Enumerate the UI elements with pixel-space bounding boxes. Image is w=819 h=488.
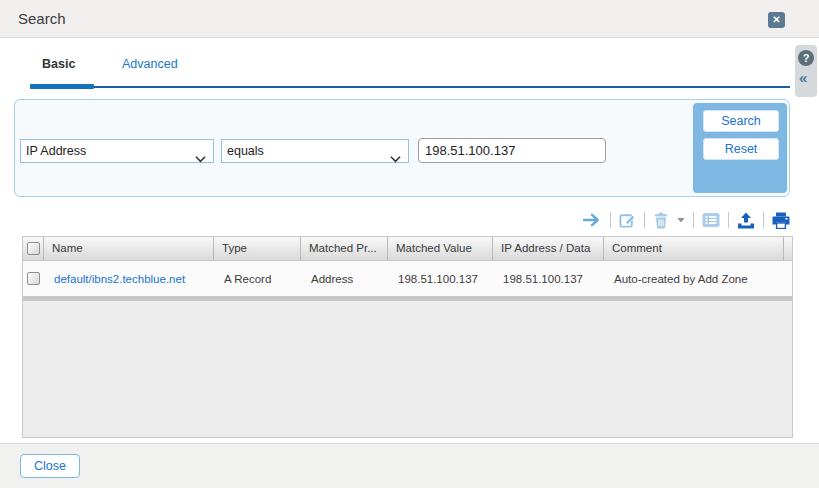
search-form-panel: IP Address equals Search Reset (14, 99, 790, 197)
dialog-titlebar: Search ✕ (0, 0, 819, 38)
select-all-checkbox[interactable] (27, 242, 40, 255)
search-field-value: IP Address (26, 144, 86, 158)
search-actions-panel: Search Reset (693, 103, 787, 193)
search-operator-value: equals (227, 144, 264, 158)
results-toolbar (583, 206, 790, 234)
go-to-arrow-icon[interactable] (583, 213, 602, 227)
table-row[interactable]: default/ibns2.techblue.net A Record Addr… (23, 261, 792, 296)
table-view-icon[interactable] (702, 212, 720, 228)
row-matched-property-cell: Address (301, 273, 388, 285)
column-header-matched-property[interactable]: Matched Pr... (301, 237, 388, 260)
tab-basic[interactable]: Basic (42, 57, 75, 71)
row-select-cell (23, 272, 44, 285)
edit-icon[interactable] (619, 212, 636, 229)
column-header-matched-value[interactable]: Matched Value (388, 237, 493, 260)
toolbar-separator (728, 212, 729, 228)
column-header-ip-address-data[interactable]: IP Address / Data (493, 237, 604, 260)
row-name-cell: default/ibns2.techblue.net (44, 273, 214, 285)
help-icon[interactable]: ? (798, 50, 814, 66)
help-panel: ? « (795, 45, 817, 97)
search-value-input[interactable] (418, 138, 606, 163)
table-header-row: Name Type Matched Pr... Matched Value IP… (23, 237, 792, 261)
record-name-link[interactable]: default/ibns2.techblue.net (54, 273, 185, 285)
search-button[interactable]: Search (703, 110, 779, 132)
results-table: Name Type Matched Pr... Matched Value IP… (22, 236, 793, 438)
column-header-comment[interactable]: Comment (604, 237, 784, 260)
export-icon[interactable] (737, 212, 755, 229)
delete-dropdown-icon[interactable] (677, 217, 685, 223)
chevron-down-icon (195, 148, 206, 170)
column-header-name[interactable]: Name (44, 237, 214, 260)
column-header-spacer (784, 237, 792, 260)
search-dialog: Search ✕ Basic Advanced ? « IP Address e… (0, 0, 819, 488)
select-all-cell (23, 237, 44, 260)
toolbar-separator (644, 212, 645, 228)
dialog-close-icon[interactable]: ✕ (768, 12, 785, 28)
search-field-select[interactable]: IP Address (20, 139, 214, 163)
row-ip-address-data-cell: 198.51.100.137 (493, 273, 604, 285)
reset-button[interactable]: Reset (703, 138, 779, 160)
toolbar-separator (610, 212, 611, 228)
toolbar-separator (763, 212, 764, 228)
active-tab-indicator (30, 84, 94, 89)
row-checkbox[interactable] (27, 272, 40, 285)
collapse-panel-icon[interactable]: « (799, 69, 807, 86)
tab-advanced[interactable]: Advanced (122, 57, 178, 71)
print-icon[interactable] (772, 212, 790, 229)
delete-icon[interactable] (653, 212, 669, 229)
toolbar-separator (693, 212, 694, 228)
close-button[interactable]: Close (20, 454, 80, 478)
tab-divider-line (94, 86, 790, 88)
column-header-type[interactable]: Type (214, 237, 301, 260)
grid-bottom-shadow (23, 296, 792, 301)
row-comment-cell: Auto-created by Add Zone (604, 273, 784, 285)
row-matched-value-cell: 198.51.100.137 (388, 273, 493, 285)
dialog-footer: Close (0, 443, 819, 488)
search-operator-select[interactable]: equals (221, 139, 409, 163)
dialog-title: Search (18, 0, 66, 38)
row-type-cell: A Record (214, 273, 301, 285)
chevron-down-icon (390, 148, 401, 170)
